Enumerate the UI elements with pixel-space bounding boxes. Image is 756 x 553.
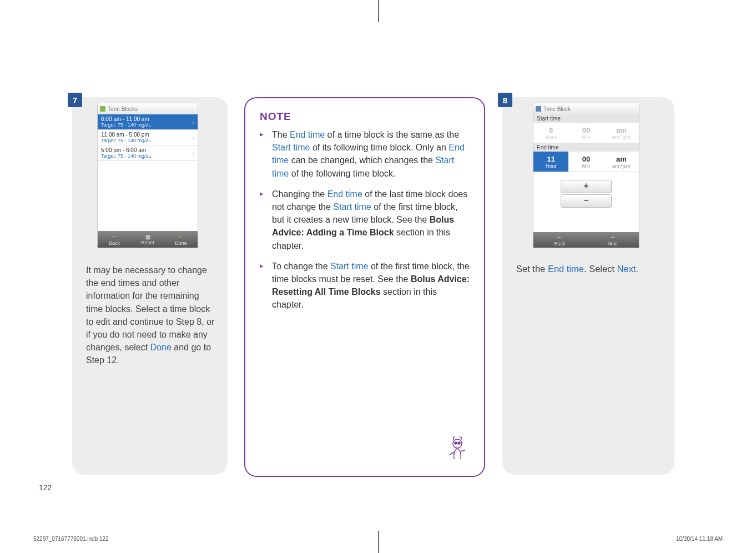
note-panel: NOTE The End time of a time block is the…	[244, 97, 485, 477]
svg-point-2	[458, 442, 460, 444]
time-block-row-3[interactable]: 5:00 pm - 6:00 am Target: 75 - 140 mg/dL…	[98, 145, 198, 161]
device-title: Time Blocks	[108, 106, 138, 112]
device2-title: Time Block	[543, 106, 571, 112]
step-7-badge: 7	[68, 93, 82, 107]
note-item-2: Changing the End time of the last time b…	[260, 188, 470, 252]
step-8-panel: 8 Time Block Start time 6Hour 00Min amam…	[502, 97, 674, 475]
start-time-row: 6Hour 00Min amam / pm	[533, 123, 639, 143]
reset-button[interactable]: ▦Reset	[131, 231, 164, 248]
start-time-label: Start time	[533, 114, 639, 123]
page: 7 Time Blocks 6:00 am - 11:00 am Target:…	[39, 56, 716, 489]
step-8-caption: Set the End time. Select Next.	[516, 264, 661, 274]
chevron-right-icon: ›	[192, 119, 194, 125]
device-time-block-edit: Time Block Start time 6Hour 00Min amam /…	[533, 103, 639, 248]
note-item-1: The End time of a time block is the same…	[260, 128, 470, 180]
back-button[interactable]: ←Back	[533, 232, 586, 248]
minus-button[interactable]: −	[561, 194, 612, 208]
end-time-row: 11Hour 00Min amam / pm	[533, 152, 639, 172]
row1-target: Target: 75 - 140 mg/dL	[101, 122, 194, 128]
end-hour[interactable]: 11Hour	[533, 152, 568, 172]
row3-target: Target: 75 - 140 mg/dL	[101, 153, 194, 159]
svg-point-1	[455, 442, 457, 444]
step-7-panel: 7 Time Blocks 6:00 am - 11:00 am Target:…	[72, 97, 228, 475]
row2-range: 11:00 am - 5:00 pm	[101, 132, 194, 138]
app-icon	[536, 106, 541, 112]
svg-point-0	[453, 439, 462, 448]
step-8-badge: 8	[498, 93, 512, 107]
end-ampm[interactable]: amam / pm	[604, 152, 639, 172]
next-button[interactable]: →Next	[586, 232, 639, 248]
chevron-right-icon: ›	[192, 134, 194, 141]
page-number: 122	[39, 483, 52, 492]
device2-toolbar: ←Back →Next	[533, 232, 639, 248]
row3-range: 5:00 pm - 6:00 am	[101, 147, 194, 153]
footer-right: 10/20/14 11:18 AM	[676, 536, 723, 542]
device2-title-bar: Time Block	[533, 103, 639, 114]
time-block-row-1[interactable]: 6:00 am - 11:00 am Target: 75 - 140 mg/d…	[98, 114, 198, 130]
note-list: The End time of a time block is the same…	[260, 128, 470, 311]
row2-target: Target: 75 - 140 mg/dL	[101, 138, 194, 143]
done-link: Done	[150, 343, 172, 352]
device-title-bar: Time Blocks	[98, 103, 198, 114]
done-button[interactable]: ✓Done	[164, 231, 198, 248]
start-hour[interactable]: 6Hour	[533, 123, 568, 143]
row1-range: 6:00 am - 11:00 am	[101, 116, 194, 122]
chevron-right-icon: ›	[192, 150, 194, 157]
back-button[interactable]: ←Back	[98, 231, 131, 248]
step-7-caption: It may be necessary to change the end ti…	[86, 264, 216, 367]
start-ampm[interactable]: amam / pm	[604, 123, 639, 143]
stepper-buttons: + −	[561, 180, 611, 208]
end-min[interactable]: 00Min	[568, 152, 603, 172]
mascot-icon	[440, 436, 473, 469]
footer-left: 52297_07167776001.indb 122	[33, 536, 109, 542]
plus-button[interactable]: +	[561, 180, 612, 193]
time-block-row-2[interactable]: 11:00 am - 5:00 pm Target: 75 - 140 mg/d…	[98, 130, 198, 145]
app-icon	[100, 106, 105, 112]
device-toolbar: ←Back ▦Reset ✓Done	[98, 231, 198, 248]
device-time-blocks: Time Blocks 6:00 am - 11:00 am Target: 7…	[97, 103, 198, 248]
note-item-3: To change the Start time of the first ti…	[260, 260, 470, 311]
start-min[interactable]: 00Min	[568, 123, 603, 143]
note-title: NOTE	[260, 110, 484, 123]
end-time-label: End time	[533, 143, 639, 152]
